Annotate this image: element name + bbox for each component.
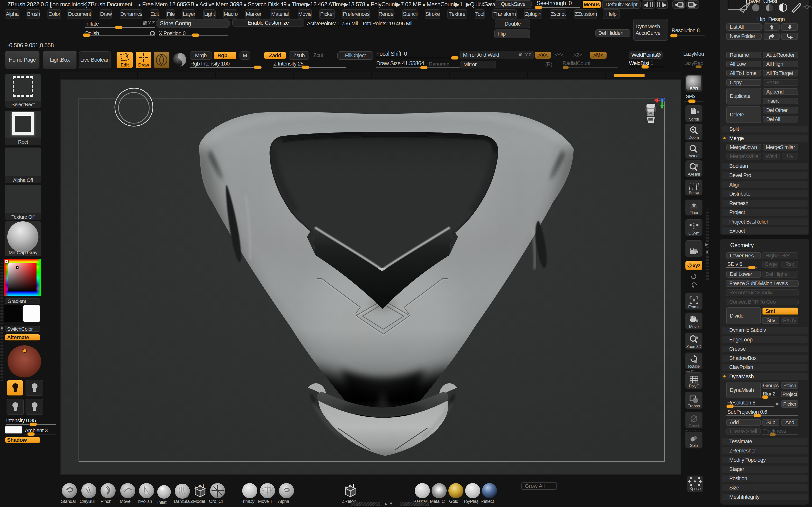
svg-text:x1: x1 xyxy=(695,146,698,149)
svg-text:1: 1 xyxy=(202,484,204,489)
svg-text:1: 1 xyxy=(352,484,355,489)
